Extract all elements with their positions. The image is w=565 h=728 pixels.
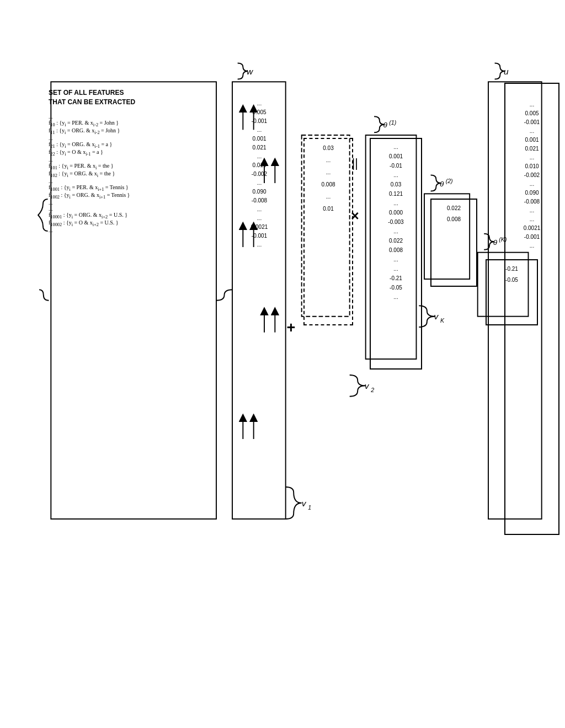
features-title: SET OF ALL FEATURESTHAT CAN BE EXTRACTED: [49, 88, 211, 107]
theta2-values: 0.022 0.008: [434, 203, 474, 225]
svg-text:θ: θ: [493, 238, 498, 247]
svg-text:+: +: [286, 319, 295, 336]
feature-section-1: ... f10 : {yi = PER. & xi-2 = John } f11…: [49, 114, 211, 233]
w-values: ... 0.005 -0.001 ... 0.001 0.021 ... 0.0…: [234, 99, 285, 249]
features-box: SET OF ALL FEATURESTHAT CAN BE EXTRACTED…: [44, 83, 215, 535]
svg-text:K: K: [440, 317, 445, 324]
svg-text:1: 1: [308, 504, 311, 511]
page-header: [0, 0, 565, 21]
svg-text:θ: θ: [440, 180, 444, 188]
svg-text:(2): (2): [446, 178, 453, 184]
svg-text:(1): (1): [389, 119, 396, 126]
y-values: 0.03 ... ... 0.008 ... 0.01: [307, 142, 350, 215]
svg-text:2: 2: [370, 387, 374, 393]
svg-text:v: v: [365, 381, 370, 390]
svg-text:v: v: [434, 312, 439, 321]
svg-text:v: v: [302, 499, 307, 508]
theta1-values: ... 0.001 -0.01 ... 0.03 0.121 ... 0.000…: [373, 142, 419, 302]
u-box: ... 0.005 -0.001 ... 0.001 0.021 ... 0.0…: [504, 83, 559, 535]
svg-text:w: w: [247, 67, 253, 76]
theta1-box: ... 0.001 -0.01 ... 0.03 0.121 ... 0.000…: [370, 138, 422, 370]
svg-text:θ: θ: [383, 121, 388, 129]
figure-diagram: + × || v 1 v 2 v K θ (1) θ (2) θ (K) u: [33, 55, 559, 695]
y-box: 0.03 ... ... 0.008 ... 0.01: [303, 138, 353, 325]
w-box: ... 0.005 -0.001 ... 0.001 0.021 ... 0.0…: [232, 83, 287, 535]
theta2-box: 0.022 0.008: [430, 199, 477, 287]
u-values: ... 0.005 -0.001 ... 0.001 0.021 ... 0.0…: [508, 100, 556, 250]
svg-text:u: u: [504, 67, 509, 76]
